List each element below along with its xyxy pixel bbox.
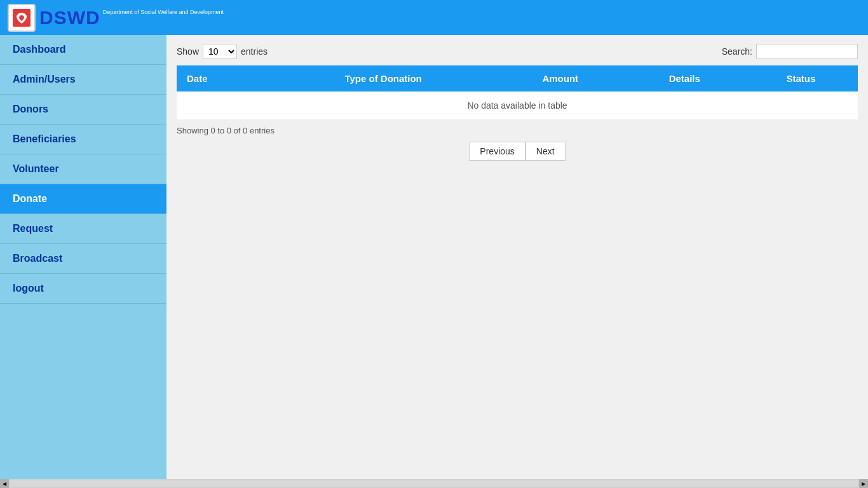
show-entries-control: Show 10 25 50 100 entries (177, 44, 268, 59)
table-controls: Show 10 25 50 100 entries Search: (177, 44, 858, 59)
sidebar-item-logout[interactable]: logout (0, 274, 166, 304)
sidebar-item-donate[interactable]: Donate (0, 184, 166, 214)
sidebar: Dashboard Admin/Users Donors Beneficiari… (0, 35, 166, 479)
next-button[interactable]: Next (526, 142, 566, 161)
table-header-row: Date Type of Donation Amount Details Sta… (177, 65, 858, 92)
horizontal-scrollbar[interactable]: ◀ ▶ (0, 479, 868, 488)
entries-label: entries (241, 46, 268, 57)
brand-title: DSWD (39, 7, 100, 29)
col-amount: Amount (496, 65, 625, 92)
sidebar-item-request[interactable]: Request (0, 214, 166, 244)
sidebar-item-volunteer[interactable]: Volunteer (0, 154, 166, 184)
header: DSWD Department of Social Welfare and De… (0, 0, 868, 35)
search-label: Search: (722, 46, 752, 57)
brand-subtitle: Department of Social Welfare and Develop… (103, 9, 224, 15)
scroll-track (10, 480, 858, 487)
search-input[interactable] (756, 44, 858, 59)
main-layout: Dashboard Admin/Users Donors Beneficiari… (0, 35, 868, 479)
logo-box (8, 4, 36, 32)
scroll-left-arrow[interactable]: ◀ (0, 479, 9, 488)
main-content: Show 10 25 50 100 entries Search: Date T… (166, 35, 868, 479)
previous-button[interactable]: Previous (469, 142, 525, 161)
sidebar-item-beneficiaries[interactable]: Beneficiaries (0, 125, 166, 154)
search-control: Search: (722, 44, 858, 59)
col-date: Date (177, 65, 271, 92)
no-data-row: No data available in table (177, 92, 858, 119)
table-header: Date Type of Donation Amount Details Sta… (177, 65, 858, 92)
col-status: Status (744, 65, 858, 92)
table-body: No data available in table (177, 92, 858, 119)
sidebar-item-donors[interactable]: Donors (0, 95, 166, 125)
pagination-buttons: Previous Next (177, 142, 858, 161)
donations-table: Date Type of Donation Amount Details Sta… (177, 65, 858, 119)
col-type-of-donation: Type of Donation (271, 65, 496, 92)
entries-select[interactable]: 10 25 50 100 (203, 44, 237, 59)
showing-entries-text: Showing 0 to 0 of 0 entries (177, 126, 858, 135)
sidebar-item-admin-users[interactable]: Admin/Users (0, 65, 166, 95)
scroll-right-arrow[interactable]: ▶ (859, 479, 868, 488)
show-label: Show (177, 46, 199, 57)
pagination-area: Showing 0 to 0 of 0 entries Previous Nex… (177, 126, 858, 161)
sidebar-item-dashboard[interactable]: Dashboard (0, 35, 166, 65)
dswd-logo-icon (10, 6, 33, 29)
no-data-message: No data available in table (177, 92, 858, 119)
col-details: Details (625, 65, 744, 92)
sidebar-item-broadcast[interactable]: Broadcast (0, 244, 166, 274)
